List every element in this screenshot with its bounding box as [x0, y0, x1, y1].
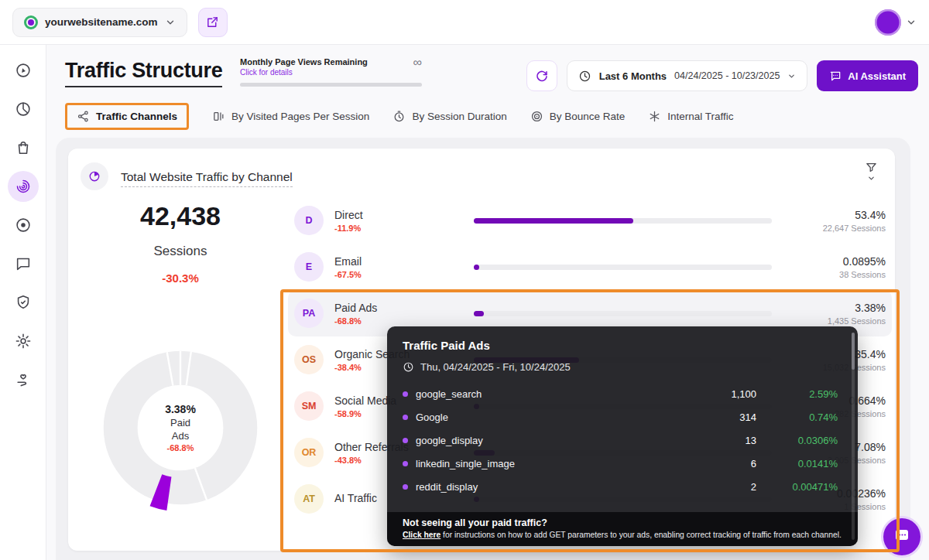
external-link-icon: [206, 15, 219, 29]
quota-details-link[interactable]: Click for details: [240, 68, 368, 77]
tooltip-title: Traffic Paid Ads: [403, 339, 838, 352]
sidebar-item-settings[interactable]: [8, 326, 39, 357]
channel-avatar: E: [294, 252, 324, 282]
tab-label: Traffic Channels: [96, 111, 177, 122]
tooltip-row: linkedin_single_image 6 0.0141%: [403, 452, 838, 475]
chevron-down-icon: [165, 17, 176, 28]
tooltip-row: google_display 13 0.0306%: [403, 429, 838, 452]
tooltip-source-name: linkedin_single_image: [416, 458, 515, 470]
sidebar-item-security[interactable]: [8, 287, 39, 318]
tab-label: Internal Traffic: [667, 111, 733, 122]
channel-row-direct[interactable]: D Direct -11.9% 53.4% 22,647 Sessions: [288, 197, 892, 244]
tooltip-source-sessions: 6: [515, 458, 756, 470]
open-site-button[interactable]: [198, 8, 228, 37]
pages-columns-icon: [212, 110, 225, 123]
channel-sessions: 1,435 Sessions: [772, 316, 886, 326]
tooltip-source-name: google_display: [416, 435, 483, 446]
channel-change: -68.8%: [334, 316, 458, 326]
clock-icon: [578, 70, 591, 83]
tab-session-duration[interactable]: By Session Duration: [393, 110, 506, 123]
bullet-icon: [403, 415, 408, 420]
tooltip-source-sessions: 2: [478, 481, 756, 493]
click-here-link[interactable]: Click here: [403, 531, 441, 539]
tooltip-scrollbar-thumb[interactable]: [852, 333, 855, 370]
page-title: Traffic Structure: [65, 59, 222, 87]
tooltip-row: reddit_display 2 0.00471%: [403, 475, 838, 498]
pie-chart-icon: [15, 101, 32, 118]
sidebar-item-recordings[interactable]: [8, 210, 39, 241]
internal-traffic-icon: [648, 110, 661, 123]
filter-button[interactable]: [865, 161, 878, 183]
tooltip-rows: google_search 1,100 2.59% Google 314 0.7…: [403, 382, 838, 498]
refresh-button[interactable]: [526, 60, 557, 91]
tab-traffic-channels[interactable]: Traffic Channels: [65, 103, 189, 130]
tab-visited-pages[interactable]: By Visited Pages Per Session: [212, 110, 369, 123]
channel-avatar: D: [294, 206, 324, 235]
support-chat-button[interactable]: [883, 518, 920, 555]
sessions-summary: 42,438 Sessions -30.3%: [80, 201, 281, 285]
session-duration-icon: [393, 110, 406, 123]
quota-progress-bar: [240, 83, 422, 87]
bullet-icon: [403, 461, 408, 466]
ai-assistant-button[interactable]: AI Assistant: [817, 60, 918, 91]
total-sessions-change: -30.3%: [80, 271, 281, 285]
avatar[interactable]: [875, 9, 901, 36]
bullet-icon: [403, 484, 408, 490]
channel-bar-fill: [474, 265, 479, 270]
topbar: yourwebsitename.com: [0, 0, 929, 45]
tab-bounce-rate[interactable]: By Bounce Rate: [530, 110, 626, 123]
channel-percent: 0.0895%: [772, 255, 886, 268]
paid-ads-tooltip: Traffic Paid Ads Thu, 04/24/2025 - Fri, …: [387, 326, 858, 546]
chat-icon: [15, 255, 32, 272]
chevron-down-icon[interactable]: [906, 17, 917, 28]
tooltip-source-percent: 0.00471%: [756, 481, 838, 493]
donut-center-label: 3.38% Paid Ads -68.8%: [99, 347, 262, 509]
channel-row-email[interactable]: E Email -67.5% 0.0895% 38 Sessions: [288, 244, 892, 290]
total-sessions-value: 42,438: [80, 201, 281, 231]
tooltip-source-name: reddit_display: [416, 481, 478, 493]
bounce-rate-icon: [530, 110, 543, 123]
sidebar: [0, 45, 46, 560]
tooltip-source-name: Google: [416, 411, 448, 423]
tooltip-source-percent: 0.74%: [756, 411, 838, 423]
date-preset-label: Last 6 Months: [599, 70, 667, 82]
channel-bar-track: [474, 311, 772, 316]
donut-chart-icon: [81, 162, 108, 190]
sidebar-item-support[interactable]: [8, 364, 39, 395]
channel-avatar: PA: [294, 299, 324, 328]
sidebar-item-feedback[interactable]: [8, 248, 39, 279]
tooltip-source-sessions: 13: [483, 435, 756, 446]
donut-label-line2: Ads: [172, 430, 189, 442]
sidebar-item-ecommerce[interactable]: [8, 132, 39, 163]
card-title: Total Website Traffic by Channel: [121, 170, 293, 187]
filter-funnel-icon: [865, 161, 878, 174]
date-range-selector[interactable]: Last 6 Months 04/24/2025 - 10/23/2025: [567, 60, 808, 91]
channel-percent: 3.38%: [772, 302, 886, 314]
donut-chart[interactable]: 3.38% Paid Ads -68.8%: [99, 347, 262, 509]
tooltip-row: google_search 1,100 2.59%: [403, 382, 838, 405]
clock-icon: [403, 361, 414, 373]
sidebar-item-navigate[interactable]: [8, 55, 39, 86]
total-sessions-label: Sessions: [80, 244, 281, 259]
chevron-down-icon: [867, 174, 876, 183]
channel-bar-fill: [474, 218, 633, 224]
tooltip-source-sessions: 1,100: [482, 388, 756, 400]
chevron-down-icon: [787, 72, 796, 80]
tooltip-date-range: Thu, 04/24/2025 - Fri, 10/24/2025: [420, 361, 571, 373]
site-selector[interactable]: yourwebsitename.com: [12, 8, 187, 37]
sidebar-item-traffic[interactable]: [8, 171, 39, 202]
channel-bar-track: [474, 265, 772, 270]
tooltip-footer: Not seeing all your paid traffic? Click …: [387, 512, 858, 546]
sidebar-item-reports[interactable]: [8, 94, 39, 125]
tooltip-footer-title: Not seeing all your paid traffic?: [403, 517, 842, 528]
channel-name: Paid Ads: [334, 302, 458, 314]
site-logo-icon: [24, 15, 38, 29]
channel-sessions: 38 Sessions: [772, 270, 886, 279]
channel-avatar: OS: [294, 345, 324, 374]
refresh-icon: [535, 69, 549, 83]
tooltip-footer-text: for instructions on how to add GET param…: [441, 531, 842, 539]
site-selector-label: yourwebsitename.com: [45, 16, 158, 28]
channel-name: Direct: [334, 209, 458, 221]
channel-avatar: OR: [294, 438, 324, 467]
tab-internal-traffic[interactable]: Internal Traffic: [648, 110, 733, 123]
